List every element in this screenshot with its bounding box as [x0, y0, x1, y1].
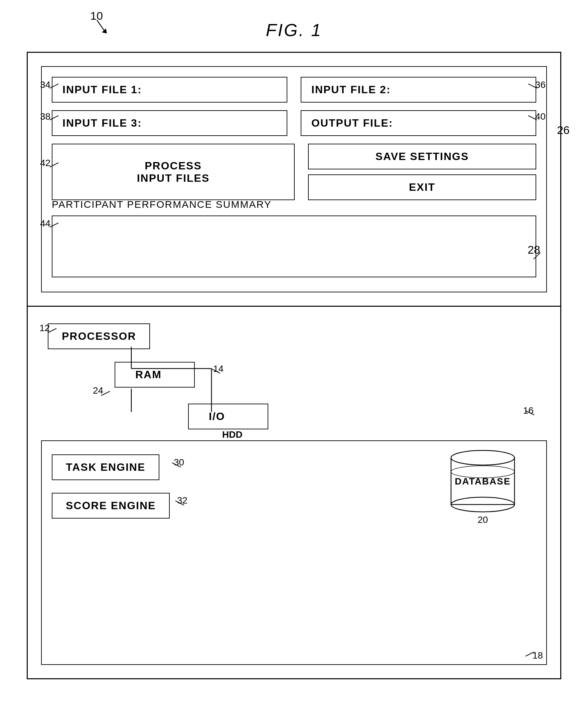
save-settings-box[interactable]: SAVE SETTINGS — [308, 144, 536, 169]
row3: PROCESSINPUT FILES SAVE SETTINGS EXIT — [52, 144, 536, 200]
ref-34-arrow — [49, 82, 59, 89]
ram-box: RAM — [115, 362, 195, 388]
processor-box: PROCESSOR — [48, 323, 150, 349]
ref-42-arrow — [49, 161, 59, 168]
svg-marker-1 — [102, 28, 107, 33]
bottom-section: PROCESSOR 12 RAM 14 I/O 16 24 — [28, 307, 560, 678]
row2: INPUT FILE 3: OUTPUT FILE: — [52, 110, 536, 136]
svg-point-16 — [451, 450, 514, 465]
ref-24-arrow — [101, 390, 111, 397]
page: 10 FIG. 1 26 INPUT FILE 1: INPUT FILE 2:… — [0, 0, 588, 706]
summary-label: PARTICIPANT PERFORMANCE SUMMARY — [52, 199, 272, 210]
database-area: DATABASE 20 — [446, 448, 519, 525]
summary-box — [52, 215, 536, 277]
svg-line-7 — [50, 223, 58, 227]
svg-line-6 — [50, 163, 58, 167]
ref-10-arrow — [92, 18, 109, 35]
hdd-label: HDD — [222, 429, 242, 440]
exit-box[interactable]: EXIT — [308, 174, 536, 200]
hdd-box: HDD TASK ENGINE 30 SCORE ENGINE 32 — [41, 440, 547, 665]
svg-line-9 — [48, 328, 56, 333]
ref-18-arrow — [525, 650, 535, 658]
svg-line-8 — [534, 252, 540, 259]
process-input-files-box[interactable]: PROCESSINPUT FILES — [52, 144, 295, 200]
ref-14-arrow — [211, 367, 221, 375]
ref-32-arrow — [175, 499, 185, 507]
svg-line-4 — [50, 116, 58, 120]
svg-line-2 — [50, 84, 58, 88]
process-input-files-label: PROCESSINPUT FILES — [137, 160, 210, 185]
outer-box: INPUT FILE 1: INPUT FILE 2: INPUT FILE 3… — [27, 52, 561, 679]
svg-line-12 — [101, 391, 110, 396]
ref-44-arrow — [49, 221, 59, 229]
input-file-2-box[interactable]: INPUT FILE 2: — [301, 77, 536, 103]
task-engine-box: TASK ENGINE — [52, 455, 159, 480]
gui-box: INPUT FILE 1: INPUT FILE 2: INPUT FILE 3… — [41, 66, 547, 292]
svg-line-0 — [97, 20, 105, 31]
right-buttons: SAVE SETTINGS EXIT — [308, 144, 536, 200]
svg-line-13 — [172, 463, 181, 467]
input-file-3-box[interactable]: INPUT FILE 3: — [52, 110, 287, 136]
score-engine-box: SCORE ENGINE — [52, 493, 170, 518]
svg-line-14 — [175, 501, 184, 505]
svg-line-11 — [525, 410, 534, 415]
ref-36-arrow — [527, 82, 538, 89]
ref-30-arrow — [171, 461, 182, 468]
svg-line-3 — [528, 84, 537, 88]
svg-line-5 — [528, 116, 537, 120]
ref-12-arrow — [47, 327, 57, 334]
database-label: DATABASE — [446, 476, 519, 487]
ref-40-arrow — [527, 114, 538, 121]
figure-title: FIG. 1 — [266, 20, 322, 40]
row1: INPUT FILE 1: INPUT FILE 2: — [52, 77, 536, 103]
ref-38-arrow — [49, 114, 59, 121]
top-section: INPUT FILE 1: INPUT FILE 2: INPUT FILE 3… — [28, 53, 560, 307]
svg-line-19 — [525, 652, 534, 656]
output-file-box[interactable]: OUTPUT FILE: — [301, 110, 536, 136]
ref-16-arrow — [525, 409, 535, 416]
input-file-1-box[interactable]: INPUT FILE 1: — [52, 77, 287, 103]
ref-20: 20 — [477, 515, 488, 525]
io-box: I/O — [188, 404, 268, 429]
svg-line-10 — [211, 369, 220, 373]
ref-28-arrow — [533, 250, 543, 260]
